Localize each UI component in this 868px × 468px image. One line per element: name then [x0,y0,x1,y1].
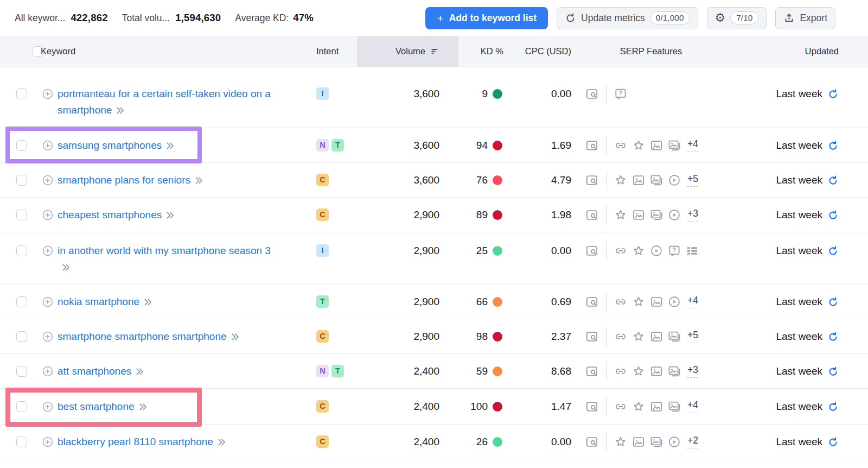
updated-label: Last week [776,245,822,257]
open-keyword-chevrons-icon[interactable] [194,174,204,191]
column-header-serp-features[interactable]: SERP Features [578,46,724,56]
export-button[interactable]: Export [775,7,835,29]
keyword-link[interactable]: samsung smartphones [58,137,175,156]
kd-value: 89 [476,209,488,221]
serp-more-count[interactable]: +5 [687,174,698,186]
keyword-link[interactable]: blackberry pearl 8110 smartphone [58,434,227,452]
column-header-cpc[interactable]: CPC (USD) [507,46,578,56]
keyword-link[interactable]: best smartphone [58,399,148,417]
serp-preview-icon[interactable] [585,244,599,258]
add-to-keyword-list-button[interactable]: + Add to keyword list [425,7,548,29]
open-keyword-chevrons-icon[interactable] [61,261,71,277]
add-keyword-icon[interactable] [42,209,54,224]
row-checkbox[interactable] [16,296,27,307]
serp-preview-icon[interactable] [585,400,599,414]
volume-value: 2,400 [357,363,458,388]
updated-label: Last week [776,140,822,151]
open-keyword-chevrons-icon[interactable] [216,436,227,452]
row-checkbox[interactable] [16,140,27,151]
serp-more-count[interactable]: +2 [687,435,698,448]
row-checkbox[interactable] [16,88,27,99]
row-checkbox[interactable] [16,437,27,447]
settings-button[interactable]: ⚙ 7/10 [707,7,767,29]
serp-more-count[interactable]: +4 [687,295,698,308]
add-keyword-icon[interactable] [42,296,54,311]
open-keyword-chevrons-icon[interactable] [143,296,153,312]
add-keyword-icon[interactable] [42,401,54,415]
row-checkbox[interactable] [16,331,27,342]
image-stack-icon [667,330,681,344]
refresh-icon[interactable] [827,140,839,151]
serp-more-count[interactable]: +3 [687,208,698,221]
serp-more-count[interactable]: +5 [687,330,698,343]
column-header-volume[interactable]: Volume [357,36,458,67]
image-stack-icon [649,173,663,187]
column-header-updated[interactable]: Updated [724,46,868,56]
refresh-icon[interactable] [827,331,839,343]
keyword-link[interactable]: att smartphones [58,363,145,382]
column-header-kd[interactable]: KD % [458,46,507,56]
open-keyword-chevrons-icon[interactable] [135,365,145,382]
add-keyword-icon[interactable] [42,88,54,103]
add-keyword-icon[interactable] [42,365,54,380]
refresh-metrics-icon [565,12,576,24]
intent-cell: C [309,328,357,353]
refresh-icon[interactable] [827,366,839,377]
keyword-link[interactable]: in another world with my smartphone seas… [58,243,281,277]
serp-more-count[interactable]: +4 [687,400,698,413]
serp-preview-icon[interactable] [585,173,599,187]
serp-more-count[interactable]: +3 [687,365,698,377]
export-label: Export [800,12,827,24]
refresh-icon[interactable] [827,175,839,186]
open-keyword-chevrons-icon[interactable] [138,401,148,417]
svg-text:?: ? [673,247,676,253]
update-metrics-button[interactable]: Update metrics 0/1,000 [557,7,698,29]
refresh-icon[interactable] [827,401,839,413]
row-checkbox[interactable] [16,175,27,186]
row-checkbox[interactable] [16,210,27,220]
refresh-icon[interactable] [827,437,839,448]
open-keyword-chevrons-icon[interactable] [165,140,175,156]
row-checkbox[interactable] [16,366,27,377]
refresh-icon[interactable] [827,210,839,221]
add-keyword-icon[interactable] [42,140,54,154]
keyword-link[interactable]: nokia smartphone [58,294,153,312]
link-icon [614,138,628,153]
intent-badge-commercial: C [316,174,329,186]
kd-cell: 26 [458,434,507,450]
kd-value: 25 [476,245,488,257]
keyword-link[interactable]: smartphone smartphone smartphone [58,328,240,347]
open-keyword-chevrons-icon[interactable] [115,104,125,121]
star-icon [631,400,646,414]
open-keyword-chevrons-icon[interactable] [165,209,175,225]
serp-preview-icon[interactable] [585,330,599,344]
updated-cell: Last week [724,172,868,188]
cpc-value: 0.00 [507,86,578,128]
serp-more-count[interactable]: +4 [687,139,698,151]
serp-preview-icon[interactable] [585,295,599,309]
serp-preview-icon[interactable] [585,138,599,153]
column-header-keyword[interactable]: Keyword [35,46,309,56]
intent-badge-transactional: T [331,365,344,377]
refresh-icon[interactable] [827,88,839,100]
add-keyword-icon[interactable] [42,331,54,345]
column-header-intent[interactable]: Intent [309,46,357,56]
serp-preview-icon[interactable] [585,208,599,222]
add-keyword-icon[interactable] [42,436,54,451]
sort-descending-icon [430,46,441,56]
serp-preview-icon[interactable] [585,87,599,101]
keyword-link[interactable]: cheapest smartphones [58,207,175,225]
keyword-link[interactable]: smartphone plans for seniors [58,172,204,191]
keyword-link[interactable]: portmanteau for a certain self-taken vid… [58,86,299,121]
kd-value: 9 [482,88,488,100]
add-keyword-icon[interactable] [42,245,54,260]
row-checkbox[interactable] [16,245,27,256]
serp-preview-icon[interactable] [585,364,599,378]
serp-preview-icon[interactable] [585,435,599,449]
add-keyword-icon[interactable] [42,174,54,189]
gear-icon: ⚙ [715,12,726,24]
row-checkbox[interactable] [16,401,27,412]
open-keyword-chevrons-icon[interactable] [230,331,240,347]
refresh-icon[interactable] [827,245,839,257]
refresh-icon[interactable] [827,296,839,308]
